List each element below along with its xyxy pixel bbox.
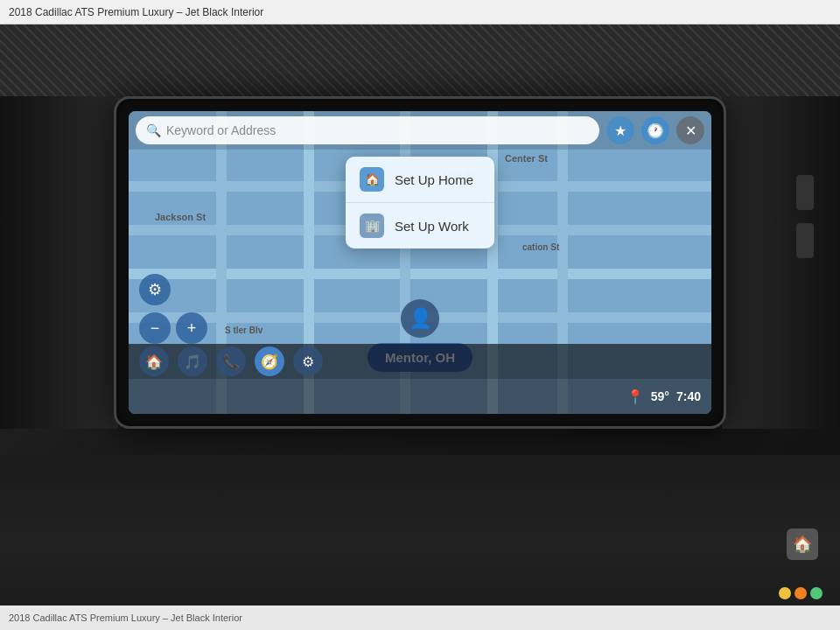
favorite-icon: ★ — [614, 122, 626, 139]
car-body: 2018 Cadillac ATS Premium Luxury – Jet B… — [0, 0, 840, 630]
phone-nav-icon: 📞 — [222, 354, 240, 370]
navigation-nav-icon: 🧭 — [261, 354, 278, 370]
infotainment-screen: Jackson St Hart St Center St cation St S… — [129, 111, 711, 414]
time-display: 7:40 — [676, 389, 701, 403]
close-button[interactable]: ✕ — [676, 116, 704, 144]
bottom-nav: 🏠 🎵 📞 🧭 ⚙ — [129, 344, 711, 379]
side-control-1 — [796, 175, 814, 210]
screen-bezel: Jackson St Hart St Center St cation St S… — [114, 96, 726, 429]
recent-icon: 🕐 — [647, 122, 664, 139]
right-trim — [722, 96, 840, 429]
right-side-controls — [796, 175, 814, 258]
home-menu-icon: 🏠 — [360, 167, 384, 192]
left-controls: ⚙ − + — [139, 274, 207, 344]
setup-home-button[interactable]: 🏠 Set Up Home — [346, 157, 494, 203]
zoom-out-button[interactable]: − — [139, 312, 171, 344]
dot-green — [810, 587, 822, 599]
recent-button[interactable]: 🕐 — [641, 116, 669, 144]
search-icon: 🔍 — [146, 123, 161, 137]
search-placeholder: Keyword or Address — [166, 123, 276, 137]
zoom-controls: − + — [139, 312, 207, 344]
page-title: 2018 Cadillac ATS Premium Luxury – Jet B… — [9, 6, 263, 18]
location-pin-icon: 📍 — [626, 388, 644, 405]
nav-navigation-button[interactable]: 🧭 — [255, 346, 284, 376]
temperature-display: 59° — [651, 389, 669, 403]
nav-music-button[interactable]: 🎵 — [178, 346, 207, 376]
settings-nav-icon: ⚙ — [302, 354, 314, 370]
home-icon-right[interactable]: 🏠 — [787, 528, 818, 560]
home-nav-icon: 🏠 — [145, 354, 163, 370]
zoom-in-button[interactable]: + — [176, 312, 207, 344]
status-bar: 📍 59° 7:40 — [129, 379, 711, 414]
setup-home-label: Set Up Home — [395, 172, 473, 187]
street-label-center: Center St — [505, 153, 548, 164]
nav-phone-button[interactable]: 📞 — [216, 346, 246, 376]
setup-work-button[interactable]: 🏢 Set Up Work — [346, 203, 494, 248]
left-trim — [0, 96, 118, 429]
minus-icon: − — [150, 319, 160, 338]
nav-settings-button[interactable]: ⚙ — [293, 346, 323, 376]
street-label-butler: S tler Blv — [225, 326, 262, 335]
nav-home-button[interactable]: 🏠 — [139, 346, 169, 376]
profile-icon: 👤 — [409, 307, 432, 330]
street-label-location: cation St — [522, 242, 559, 252]
search-box[interactable]: 🔍 Keyword or Address — [136, 116, 599, 144]
dropdown-menu: 🏠 Set Up Home 🏢 Set Up Work — [346, 157, 494, 248]
work-menu-icon: 🏢 — [360, 214, 384, 238]
home-right-icon: 🏠 — [793, 535, 812, 554]
color-dots — [779, 587, 822, 599]
car-bottom — [0, 455, 840, 630]
close-icon: ✕ — [685, 122, 696, 139]
footer-bar: 2018 Cadillac ATS Premium Luxury – Jet B… — [0, 606, 840, 630]
nav-bar: 🔍 Keyword or Address ★ 🕐 ✕ — [129, 111, 711, 150]
setup-work-label: Set Up Work — [395, 219, 469, 234]
music-nav-icon: 🎵 — [184, 354, 201, 370]
favorite-button[interactable]: ★ — [606, 116, 634, 144]
settings-icon: ⚙ — [148, 280, 162, 299]
plus-icon: + — [187, 319, 197, 338]
side-control-2 — [796, 223, 814, 258]
profile-button[interactable]: 👤 — [401, 299, 439, 338]
street-label-jackson: Jackson St — [155, 212, 206, 222]
footer-title: 2018 Cadillac ATS Premium Luxury – Jet B… — [9, 612, 242, 623]
dot-orange — [794, 587, 807, 599]
page-title-bar: 2018 Cadillac ATS Premium Luxury – Jet B… — [0, 0, 840, 24]
dot-yellow — [779, 587, 791, 599]
settings-button[interactable]: ⚙ — [139, 274, 171, 305]
